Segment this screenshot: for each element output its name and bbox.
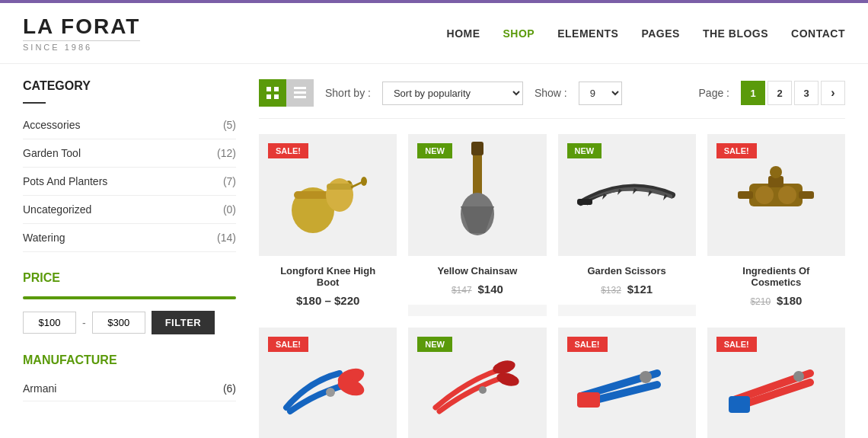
manufacture-section: MANUFACTURE Armani (6) bbox=[23, 353, 236, 401]
logo-since: SINCE 1986 bbox=[23, 43, 92, 52]
svg-rect-25 bbox=[799, 191, 814, 199]
svg-rect-0 bbox=[266, 87, 271, 91]
current-price: $140 bbox=[477, 283, 503, 296]
category-title: CATEGORY bbox=[23, 79, 236, 93]
page-label: Page : bbox=[699, 87, 729, 99]
svg-rect-1 bbox=[274, 87, 279, 91]
nav-pages[interactable]: PAGES bbox=[641, 27, 679, 40]
sidebar: CATEGORY Accessories (5) Garden Tool (12… bbox=[23, 79, 236, 438]
logo: LA FORAT SINCE 1986 bbox=[23, 14, 140, 52]
product-card[interactable]: NEW bbox=[558, 134, 696, 316]
nav-blogs[interactable]: THE BLOGS bbox=[703, 27, 768, 40]
svg-rect-5 bbox=[294, 91, 306, 94]
category-list: Accessories (5) Garden Tool (12) Pots An… bbox=[23, 115, 236, 252]
svg-rect-18 bbox=[577, 199, 592, 205]
category-item-uncategorized[interactable]: Uncategorized (0) bbox=[23, 196, 236, 224]
price-inputs: - FILTER bbox=[23, 311, 236, 334]
product-info: Ingredients Of Cosmetics $210 $180 bbox=[707, 256, 845, 316]
svg-point-31 bbox=[479, 386, 487, 394]
category-item-pots[interactable]: Pots And Planters (7) bbox=[23, 168, 236, 196]
page-btn-next[interactable]: › bbox=[821, 81, 845, 105]
manufacture-item-armani[interactable]: Armani (6) bbox=[23, 376, 236, 401]
products-grid: SALE! Longford Knee High bbox=[259, 134, 845, 438]
current-price: $180 bbox=[777, 294, 802, 307]
sort-select[interactable]: Sort by popularity Sort by price: low to… bbox=[382, 82, 523, 105]
svg-point-20 bbox=[755, 186, 774, 204]
price-max-input[interactable] bbox=[92, 312, 145, 334]
svg-rect-6 bbox=[294, 96, 306, 98]
nav-shop[interactable]: SHOP bbox=[503, 27, 535, 40]
page-btn-1[interactable]: 1 bbox=[741, 81, 765, 105]
logo-name: LA FORAT bbox=[23, 14, 140, 39]
list-view-button[interactable] bbox=[286, 79, 314, 107]
product-card[interactable]: SALE! Hedge Shears $45 bbox=[558, 328, 696, 438]
category-name: Pots And Planters bbox=[23, 175, 107, 187]
price-slider-fill bbox=[23, 296, 236, 299]
product-badge-new: NEW bbox=[417, 337, 452, 352]
price-min-input[interactable] bbox=[23, 312, 76, 334]
category-item-accessories[interactable]: Accessories (5) bbox=[23, 115, 236, 139]
current-price: $121 bbox=[627, 283, 653, 296]
show-select[interactable]: 9 12 24 36 bbox=[579, 82, 622, 105]
product-badge-sale: SALE! bbox=[716, 143, 757, 158]
category-name: Garden Tool bbox=[23, 147, 81, 159]
nav-home[interactable]: HOME bbox=[447, 27, 480, 40]
manufacture-count: (6) bbox=[223, 382, 236, 395]
original-price: $210 bbox=[750, 296, 771, 307]
nav-elements[interactable]: ELEMENTS bbox=[557, 27, 618, 40]
logo-line bbox=[23, 40, 140, 41]
price-dash: - bbox=[82, 317, 86, 329]
svg-rect-3 bbox=[274, 94, 279, 99]
product-card[interactable]: NEW Yellow Chainsaw $147 $140 bbox=[408, 134, 546, 316]
product-card[interactable]: NEW Plant Trimmer $60 bbox=[408, 328, 546, 438]
sort-label: Short by : bbox=[325, 87, 371, 99]
products-area: Short by : Sort by popularity Sort by pr… bbox=[259, 79, 845, 438]
svg-rect-12 bbox=[327, 184, 353, 190]
product-badge-sale: SALE! bbox=[716, 337, 757, 352]
price-title: PRICE bbox=[23, 271, 236, 285]
category-item-garden-tool[interactable]: Garden Tool (12) bbox=[23, 139, 236, 168]
view-buttons bbox=[259, 79, 314, 107]
category-item-watering[interactable]: Watering (14) bbox=[23, 224, 236, 252]
nav-contact[interactable]: CONTACT bbox=[791, 27, 845, 40]
product-name: Garden Scissors bbox=[567, 265, 687, 277]
category-count: (14) bbox=[217, 232, 236, 244]
grid-view-button[interactable] bbox=[259, 79, 286, 107]
product-name: Longford Knee High Boot bbox=[268, 265, 388, 288]
product-card[interactable]: SALE! Ingredients Of Cosmetics bbox=[707, 134, 845, 316]
product-card[interactable]: SALE! Garden Cutter $55 bbox=[707, 328, 845, 438]
products-toolbar: Short by : Sort by popularity Sort by pr… bbox=[259, 79, 845, 119]
svg-point-33 bbox=[640, 371, 652, 383]
product-name: Ingredients Of Cosmetics bbox=[716, 265, 836, 288]
manufacture-name: Armani bbox=[23, 382, 56, 395]
category-name: Accessories bbox=[23, 119, 80, 131]
product-price: $180 – $220 bbox=[268, 294, 388, 307]
product-card[interactable]: SALE! Garden Pruning Shears $95 bbox=[259, 328, 397, 438]
svg-rect-17 bbox=[471, 142, 483, 155]
svg-point-23 bbox=[770, 166, 782, 178]
product-badge-new: NEW bbox=[417, 143, 452, 158]
manufacture-title: MANUFACTURE bbox=[23, 353, 236, 367]
show-label: Show : bbox=[535, 87, 567, 99]
product-badge-sale: SALE! bbox=[567, 337, 608, 352]
product-price: $132 $121 bbox=[567, 283, 687, 296]
page-btn-3[interactable]: 3 bbox=[794, 81, 819, 105]
product-info: Longford Knee High Boot $180 – $220 bbox=[259, 256, 397, 316]
product-name: Yellow Chainsaw bbox=[417, 265, 537, 277]
svg-rect-4 bbox=[294, 87, 306, 89]
product-badge-sale: SALE! bbox=[268, 143, 308, 158]
category-count: (5) bbox=[223, 119, 236, 131]
product-info: Garden Scissors $132 $121 bbox=[558, 256, 696, 305]
page-buttons: 1 2 3 › bbox=[741, 81, 845, 105]
svg-rect-34 bbox=[729, 396, 750, 413]
price-slider-track[interactable] bbox=[23, 296, 236, 299]
category-count: (0) bbox=[223, 203, 236, 216]
product-badge-new: NEW bbox=[567, 143, 602, 158]
product-card[interactable]: SALE! Longford Knee High bbox=[259, 134, 397, 316]
filter-button[interactable]: FILTER bbox=[152, 311, 215, 334]
svg-point-35 bbox=[793, 371, 804, 382]
svg-point-14 bbox=[361, 177, 367, 186]
page-btn-2[interactable]: 2 bbox=[767, 81, 792, 105]
category-name: Watering bbox=[23, 232, 65, 244]
category-name: Uncategorized bbox=[23, 203, 91, 216]
